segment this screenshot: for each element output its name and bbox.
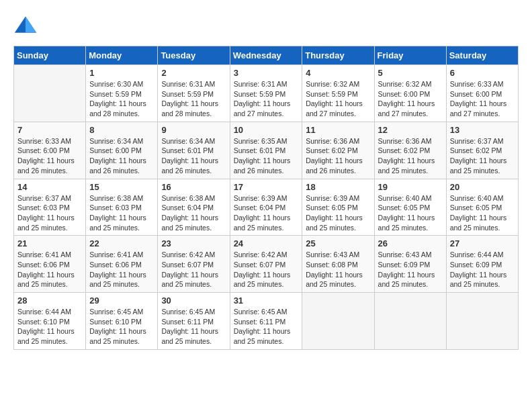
calendar-cell: 4Sunrise: 6:32 AMSunset: 5:59 PMDaylight… — [302, 65, 374, 122]
day-info: Sunrise: 6:40 AMSunset: 6:05 PMDaylight:… — [450, 193, 515, 233]
calendar-cell: 9Sunrise: 6:34 AMSunset: 6:01 PMDaylight… — [158, 122, 230, 179]
calendar-cell: 28Sunrise: 6:44 AMSunset: 6:10 PMDayligh… — [14, 293, 86, 350]
day-number: 3 — [234, 68, 299, 78]
day-info: Sunrise: 6:39 AMSunset: 6:05 PMDaylight:… — [306, 193, 370, 233]
day-number: 13 — [450, 125, 515, 135]
day-info: Sunrise: 6:32 AMSunset: 6:00 PMDaylight:… — [378, 79, 443, 119]
calendar-cell: 29Sunrise: 6:45 AMSunset: 6:10 PMDayligh… — [86, 293, 158, 350]
day-number: 15 — [89, 182, 154, 192]
day-number: 21 — [17, 238, 82, 248]
day-info: Sunrise: 6:44 AMSunset: 6:09 PMDaylight:… — [450, 250, 515, 289]
day-number: 8 — [89, 125, 154, 135]
header-saturday: Saturday — [446, 46, 518, 65]
day-number: 19 — [378, 182, 443, 192]
header-wednesday: Wednesday — [230, 46, 302, 65]
calendar-cell: 22Sunrise: 6:41 AMSunset: 6:06 PMDayligh… — [86, 236, 158, 293]
day-number: 11 — [306, 125, 370, 135]
day-number: 14 — [17, 182, 82, 192]
day-number: 25 — [306, 238, 370, 248]
calendar-cell: 10Sunrise: 6:35 AMSunset: 6:01 PMDayligh… — [230, 122, 302, 179]
day-info: Sunrise: 6:43 AMSunset: 6:08 PMDaylight:… — [306, 250, 370, 289]
day-info: Sunrise: 6:45 AMSunset: 6:10 PMDaylight:… — [89, 307, 154, 347]
header-tuesday: Tuesday — [158, 46, 230, 65]
calendar-cell: 14Sunrise: 6:37 AMSunset: 6:03 PMDayligh… — [14, 179, 86, 236]
calendar-cell: 18Sunrise: 6:39 AMSunset: 6:05 PMDayligh… — [302, 179, 374, 236]
day-info: Sunrise: 6:31 AMSunset: 5:59 PMDaylight:… — [234, 79, 299, 119]
day-info: Sunrise: 6:44 AMSunset: 6:10 PMDaylight:… — [17, 307, 82, 347]
day-number: 16 — [161, 182, 226, 192]
day-number: 23 — [161, 238, 226, 248]
calendar-cell: 19Sunrise: 6:40 AMSunset: 6:05 PMDayligh… — [374, 179, 446, 236]
day-info: Sunrise: 6:33 AMSunset: 6:00 PMDaylight:… — [17, 136, 82, 176]
day-info: Sunrise: 6:36 AMSunset: 6:02 PMDaylight:… — [378, 136, 443, 176]
header-thursday: Thursday — [302, 46, 374, 65]
svg-marker-1 — [26, 17, 36, 33]
calendar-cell: 17Sunrise: 6:39 AMSunset: 6:04 PMDayligh… — [230, 179, 302, 236]
calendar-cell: 21Sunrise: 6:41 AMSunset: 6:06 PMDayligh… — [14, 236, 86, 293]
calendar-week-4: 21Sunrise: 6:41 AMSunset: 6:06 PMDayligh… — [14, 236, 519, 293]
day-number: 24 — [234, 238, 299, 248]
calendar-cell: 25Sunrise: 6:43 AMSunset: 6:08 PMDayligh… — [302, 236, 374, 293]
calendar-cell: 16Sunrise: 6:38 AMSunset: 6:04 PMDayligh… — [158, 179, 230, 236]
day-info: Sunrise: 6:39 AMSunset: 6:04 PMDaylight:… — [234, 193, 299, 233]
calendar-cell: 5Sunrise: 6:32 AMSunset: 6:00 PMDaylight… — [374, 65, 446, 122]
calendar-cell: 30Sunrise: 6:45 AMSunset: 6:11 PMDayligh… — [158, 293, 230, 350]
day-info: Sunrise: 6:40 AMSunset: 6:05 PMDaylight:… — [378, 193, 443, 233]
calendar-cell: 7Sunrise: 6:33 AMSunset: 6:00 PMDaylight… — [14, 122, 86, 179]
day-info: Sunrise: 6:38 AMSunset: 6:04 PMDaylight:… — [161, 193, 226, 233]
calendar-week-2: 7Sunrise: 6:33 AMSunset: 6:00 PMDaylight… — [14, 122, 519, 179]
day-number: 18 — [306, 182, 370, 192]
calendar-cell: 31Sunrise: 6:45 AMSunset: 6:11 PMDayligh… — [230, 293, 302, 350]
calendar-cell: 15Sunrise: 6:38 AMSunset: 6:03 PMDayligh… — [86, 179, 158, 236]
day-number: 30 — [161, 295, 226, 306]
day-info: Sunrise: 6:34 AMSunset: 6:00 PMDaylight:… — [89, 136, 154, 176]
day-info: Sunrise: 6:38 AMSunset: 6:03 PMDaylight:… — [89, 193, 154, 233]
calendar-cell — [374, 293, 446, 350]
day-info: Sunrise: 6:30 AMSunset: 5:59 PMDaylight:… — [89, 79, 154, 119]
day-info: Sunrise: 6:41 AMSunset: 6:06 PMDaylight:… — [89, 250, 154, 289]
day-info: Sunrise: 6:45 AMSunset: 6:11 PMDaylight:… — [161, 307, 226, 347]
calendar-cell: 8Sunrise: 6:34 AMSunset: 6:00 PMDaylight… — [86, 122, 158, 179]
day-info: Sunrise: 6:32 AMSunset: 5:59 PMDaylight:… — [306, 79, 370, 119]
day-number: 20 — [450, 182, 515, 192]
calendar-week-3: 14Sunrise: 6:37 AMSunset: 6:03 PMDayligh… — [14, 179, 519, 236]
calendar-cell: 1Sunrise: 6:30 AMSunset: 5:59 PMDaylight… — [86, 65, 158, 122]
header-monday: Monday — [86, 46, 158, 65]
page-header — [13, 13, 519, 38]
day-info: Sunrise: 6:33 AMSunset: 6:00 PMDaylight:… — [450, 79, 515, 119]
calendar-cell: 24Sunrise: 6:42 AMSunset: 6:07 PMDayligh… — [230, 236, 302, 293]
day-number: 26 — [378, 238, 443, 248]
calendar-cell: 13Sunrise: 6:37 AMSunset: 6:02 PMDayligh… — [446, 122, 518, 179]
day-number: 1 — [89, 68, 154, 78]
day-number: 22 — [89, 238, 154, 248]
day-number: 31 — [234, 295, 299, 306]
calendar-cell: 6Sunrise: 6:33 AMSunset: 6:00 PMDaylight… — [446, 65, 518, 122]
day-info: Sunrise: 6:42 AMSunset: 6:07 PMDaylight:… — [234, 250, 299, 289]
day-info: Sunrise: 6:36 AMSunset: 6:02 PMDaylight:… — [306, 136, 370, 176]
day-number: 10 — [234, 125, 299, 135]
logo — [13, 13, 40, 38]
day-number: 12 — [378, 125, 443, 135]
calendar: SundayMondayTuesdayWednesdayThursdayFrid… — [13, 46, 519, 350]
calendar-cell: 27Sunrise: 6:44 AMSunset: 6:09 PMDayligh… — [446, 236, 518, 293]
calendar-cell: 12Sunrise: 6:36 AMSunset: 6:02 PMDayligh… — [374, 122, 446, 179]
day-number: 2 — [161, 68, 226, 78]
calendar-cell: 26Sunrise: 6:43 AMSunset: 6:09 PMDayligh… — [374, 236, 446, 293]
day-info: Sunrise: 6:37 AMSunset: 6:02 PMDaylight:… — [450, 136, 515, 176]
day-number: 9 — [161, 125, 226, 135]
calendar-week-1: 1Sunrise: 6:30 AMSunset: 5:59 PMDaylight… — [14, 65, 519, 122]
day-number: 6 — [450, 68, 515, 78]
day-info: Sunrise: 6:35 AMSunset: 6:01 PMDaylight:… — [234, 136, 299, 176]
day-info: Sunrise: 6:42 AMSunset: 6:07 PMDaylight:… — [161, 250, 226, 289]
calendar-header-row: SundayMondayTuesdayWednesdayThursdayFrid… — [14, 46, 519, 65]
header-friday: Friday — [374, 46, 446, 65]
day-number: 5 — [378, 68, 443, 78]
day-info: Sunrise: 6:43 AMSunset: 6:09 PMDaylight:… — [378, 250, 443, 289]
calendar-cell: 20Sunrise: 6:40 AMSunset: 6:05 PMDayligh… — [446, 179, 518, 236]
day-info: Sunrise: 6:37 AMSunset: 6:03 PMDaylight:… — [17, 193, 82, 233]
day-info: Sunrise: 6:31 AMSunset: 5:59 PMDaylight:… — [161, 79, 226, 119]
calendar-cell — [14, 65, 86, 122]
logo-icon — [13, 13, 38, 38]
day-number: 27 — [450, 238, 515, 248]
day-number: 29 — [89, 295, 154, 306]
